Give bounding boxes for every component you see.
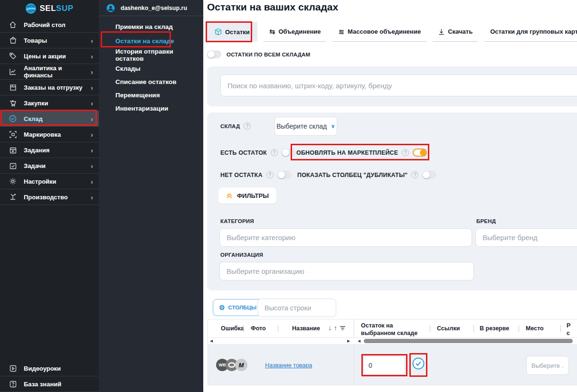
sidebar-item-label: Товары bbox=[24, 37, 91, 44]
megamarket-badge: M bbox=[235, 359, 247, 371]
chevron-right-icon: › bbox=[91, 162, 93, 170]
sidebar-item-tasks[interactable]: Задачи › bbox=[0, 158, 99, 174]
swap-arrows-icon: ⇆ bbox=[269, 28, 275, 36]
sidebar-item-settings[interactable]: Настройки › bbox=[0, 174, 99, 189]
sidebar-item-knowledge-base[interactable]: База знаний bbox=[0, 376, 99, 392]
search-input[interactable] bbox=[220, 75, 577, 96]
sidebar-item-purchases[interactable]: Закупки › bbox=[0, 95, 99, 111]
organization-input[interactable] bbox=[219, 262, 474, 280]
help-icon[interactable]: ? bbox=[402, 149, 409, 156]
warehouse-select[interactable]: Выберите склад ∨ bbox=[274, 117, 337, 136]
column-header-reserve[interactable]: В резерве bbox=[480, 325, 509, 332]
help-icon[interactable]: ? bbox=[244, 122, 251, 130]
selsup-globe-icon bbox=[25, 3, 37, 14]
scroll-right-icon[interactable]: ▶ bbox=[347, 338, 350, 345]
sidebar-item-marking[interactable]: Маркировка › bbox=[0, 127, 99, 142]
scroll-left-icon[interactable]: ◀ bbox=[210, 338, 213, 345]
no-stock-toggle[interactable] bbox=[277, 171, 292, 179]
chart-icon bbox=[8, 68, 18, 75]
column-header-links[interactable]: Ссылки bbox=[437, 325, 460, 332]
sidebar-item-video-lessons[interactable]: Видеоуроки bbox=[0, 361, 99, 376]
download-icon bbox=[438, 28, 445, 35]
sidebar-item-analytics[interactable]: Аналитика и финансы › bbox=[0, 64, 99, 80]
sidebar-item-label: Маркировка bbox=[24, 131, 91, 138]
show-duplicates-label: ПОКАЗАТЬ СТОЛБЕЦ "ДУБЛИКАТЫ" bbox=[297, 172, 407, 178]
filter-funnel-icon[interactable] bbox=[340, 326, 346, 331]
organization-label: ОРГАНИЗАЦИЯ bbox=[220, 252, 263, 258]
submenu-item-write-off[interactable]: Списание остатков bbox=[99, 75, 203, 88]
category-label: КАТЕГОРИЯ bbox=[220, 218, 254, 224]
update-marketplace-toggle[interactable] bbox=[413, 149, 427, 157]
column-header-error[interactable]: Ошибка bbox=[221, 325, 244, 332]
filters-button[interactable]: ФИЛЬТРЫ bbox=[218, 187, 276, 204]
gear-icon bbox=[8, 177, 18, 185]
task-check-icon bbox=[8, 162, 18, 169]
help-icon[interactable]: ? bbox=[411, 171, 418, 178]
show-duplicates-toggle[interactable] bbox=[422, 171, 436, 179]
column-header-stock-selected[interactable]: Остаток на выбранном складе bbox=[361, 322, 426, 337]
help-icon[interactable]: ? bbox=[271, 149, 278, 156]
warehouse-submenu: dashenko_e@selsup.ru Приемки на склад Ос… bbox=[99, 0, 203, 392]
column-header-place[interactable]: Место bbox=[526, 325, 544, 332]
horizontal-scrollbar-thumb[interactable] bbox=[364, 339, 573, 343]
has-stock-label: ЕСТЬ ОСТАТОК bbox=[220, 149, 267, 156]
sidebar-item-warehouse[interactable]: Склад › bbox=[0, 111, 99, 127]
tab-download[interactable]: Скачать bbox=[433, 22, 478, 42]
tab-group-cards-stock[interactable]: Остатки для групповых карточек bbox=[484, 22, 577, 42]
sidebar-item-prices[interactable]: Цены и акции › bbox=[0, 48, 99, 64]
submenu-item-movements[interactable]: Перемещения bbox=[99, 88, 203, 102]
all-warehouses-toggle[interactable] bbox=[207, 50, 221, 58]
confirm-check-icon[interactable] bbox=[412, 357, 425, 372]
sidebar-item-desktop[interactable]: Рабочий стол bbox=[0, 17, 99, 33]
tab-merge[interactable]: ⇆ Объединение bbox=[264, 22, 327, 42]
stock-quantity-input[interactable] bbox=[363, 356, 405, 375]
place-select-input[interactable] bbox=[526, 356, 569, 375]
sidebar-item-label: Закупки bbox=[24, 100, 91, 107]
sidebar-item-label: Видеоуроки bbox=[24, 365, 99, 372]
has-stock-toggle[interactable] bbox=[282, 149, 296, 157]
column-header-name[interactable]: Название bbox=[292, 325, 320, 332]
sort-ascending-icon[interactable]: ↑ bbox=[334, 324, 337, 332]
brand-input[interactable] bbox=[475, 228, 577, 247]
column-header-clipped[interactable]: Р с bbox=[567, 322, 570, 337]
tab-bar: Остатки ⇆ Объединение ≋ Массовое объедин… bbox=[207, 22, 577, 42]
sort-descending-icon[interactable]: ↓ bbox=[328, 324, 331, 332]
column-header-photo[interactable]: Фото bbox=[251, 325, 266, 332]
sidebar-item-production[interactable]: Производство › bbox=[0, 189, 99, 205]
submenu-item-warehouses[interactable]: Склады bbox=[99, 62, 203, 75]
no-stock-label: НЕТ ОСТАТКА bbox=[220, 172, 263, 178]
sidebar-item-label: Производство bbox=[24, 194, 91, 201]
sidebar-item-assignments[interactable]: Задания › bbox=[0, 142, 99, 158]
category-input[interactable] bbox=[219, 228, 472, 247]
cube-icon bbox=[215, 28, 222, 36]
submenu-item-inventories[interactable]: Инвентаризации bbox=[99, 102, 203, 115]
chevron-right-icon: › bbox=[91, 177, 93, 186]
sidebar-item-label: Аналитика и финансы bbox=[24, 65, 91, 79]
chevron-right-icon: › bbox=[91, 99, 93, 107]
submenu-item-warehouse-stock[interactable]: Остатки на складе bbox=[99, 33, 203, 48]
columns-button[interactable]: ⚙ СТОЛБЦЫ bbox=[213, 299, 263, 316]
check-circle-icon bbox=[8, 115, 18, 122]
scroll-left-icon[interactable]: ◀ bbox=[358, 338, 360, 345]
submenu-item-send-history[interactable]: История отправки остатков bbox=[99, 48, 203, 62]
sidebar-item-products[interactable]: Товары › bbox=[0, 33, 99, 48]
sidebar-item-label: Рабочий стол bbox=[24, 21, 99, 28]
gear-icon: ⚙ bbox=[219, 304, 225, 311]
tab-stock[interactable]: Остатки bbox=[207, 22, 257, 42]
chevron-right-icon: › bbox=[91, 84, 93, 92]
user-account[interactable]: dashenko_e@selsup.ru bbox=[99, 0, 203, 16]
sidebar-item-shipments[interactable]: Заказы на отгрузку › bbox=[0, 80, 99, 95]
warehouse-filter-label: СКЛАД bbox=[220, 123, 240, 129]
cart-icon bbox=[8, 100, 18, 107]
sidebar-item-label: Цены и акции bbox=[24, 53, 91, 60]
submenu-item-receipts[interactable]: Приемки на склад bbox=[99, 20, 203, 33]
logo[interactable]: SELSUP bbox=[0, 0, 99, 17]
logo-text-secondary: SUP bbox=[56, 4, 73, 13]
row-height-input[interactable] bbox=[257, 299, 336, 317]
bag-icon bbox=[8, 37, 18, 44]
help-icon[interactable]: ? bbox=[266, 171, 274, 178]
sidebar-item-label: Задания bbox=[24, 147, 91, 154]
product-name-link[interactable]: Название товара bbox=[265, 362, 312, 369]
tab-mass-merge[interactable]: ≋ Массовое объединение bbox=[332, 22, 426, 42]
question-square-icon bbox=[8, 381, 18, 388]
